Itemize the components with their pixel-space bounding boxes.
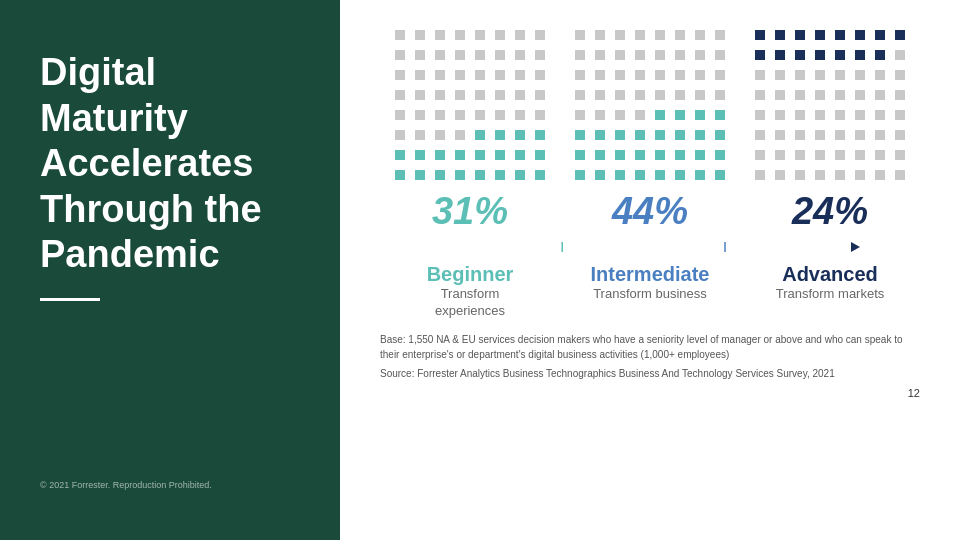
dot-grids-row (380, 30, 920, 180)
left-panel: Digital Maturity Accelerates Through the… (0, 0, 340, 540)
advanced-pct: 24% (750, 190, 910, 233)
progression-arrow (440, 237, 860, 257)
beginner-label: Beginner Transformexperiences (390, 263, 550, 320)
intermediate-subtitle: Transform business (570, 286, 730, 303)
advanced-title: Advanced (750, 263, 910, 286)
title-divider (40, 298, 100, 301)
source-text: Source: Forrester Analytics Business Tec… (380, 366, 920, 381)
right-panel: 31% 44% 24% Beginner Transforme (340, 0, 960, 540)
svg-marker-3 (851, 242, 860, 252)
slide-title: Digital Maturity Accelerates Through the… (40, 50, 300, 278)
footer: Base: 1,550 NA & EU services decision ma… (380, 332, 920, 402)
percentages-row: 31% 44% 24% (380, 190, 920, 233)
intermediate-dot-grid (575, 30, 725, 180)
advanced-dot-grid (755, 30, 905, 180)
beginner-title: Beginner (390, 263, 550, 286)
page-number: 12 (380, 385, 920, 402)
base-text: Base: 1,550 NA & EU services decision ma… (380, 332, 920, 362)
advanced-subtitle: Transform markets (750, 286, 910, 303)
beginner-subtitle: Transformexperiences (390, 286, 550, 320)
intermediate-title: Intermediate (570, 263, 730, 286)
advanced-label: Advanced Transform markets (750, 263, 910, 303)
intermediate-pct: 44% (570, 190, 730, 233)
copyright: © 2021 Forrester. Reproduction Prohibite… (40, 480, 300, 490)
labels-row: Beginner Transformexperiences Intermedia… (380, 263, 920, 320)
beginner-dot-grid (395, 30, 545, 180)
intermediate-label: Intermediate Transform business (570, 263, 730, 303)
beginner-pct: 31% (390, 190, 550, 233)
arrow-row (440, 237, 860, 257)
